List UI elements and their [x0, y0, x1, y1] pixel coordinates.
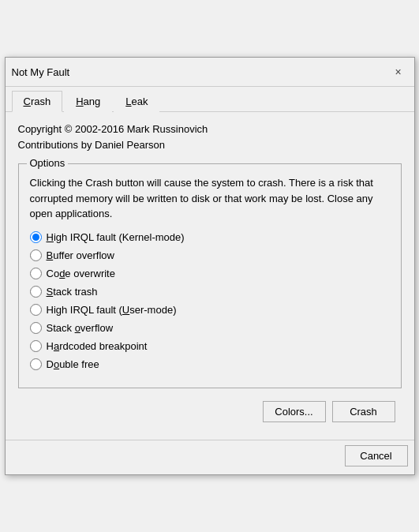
- radio-stack-trash[interactable]: [30, 286, 42, 298]
- radio-item-high-irql-user: High IRQL fault (User-mode): [30, 304, 390, 316]
- radio-hardcoded-breakpoint[interactable]: [30, 340, 42, 352]
- crash-button[interactable]: Crash: [332, 401, 395, 422]
- options-description: Clicking the Crash button will cause the…: [30, 175, 390, 222]
- radio-item-buffer-overflow: Buffer overflow: [30, 249, 390, 261]
- cancel-button-row: Cancel: [6, 440, 414, 474]
- radio-item-stack-overflow: Stack overflow: [30, 322, 390, 334]
- titlebar: Not My Fault ×: [6, 58, 414, 87]
- label-stack-overflow[interactable]: Stack overflow: [47, 322, 114, 334]
- options-legend: Options: [27, 157, 69, 169]
- radio-high-irql-user[interactable]: [30, 304, 42, 316]
- radio-double-free[interactable]: [30, 358, 42, 370]
- colors-button[interactable]: Colors...: [263, 401, 326, 422]
- tab-crash[interactable]: Crash: [12, 91, 63, 112]
- tab-content: Copyright © 2002-2016 Mark Russinovich C…: [6, 112, 414, 440]
- radio-item-stack-trash: Stack trash: [30, 286, 390, 298]
- label-buffer-overflow[interactable]: Buffer overflow: [47, 249, 114, 261]
- action-button-row: Colors... Crash: [18, 401, 402, 430]
- label-double-free[interactable]: Double free: [47, 358, 99, 370]
- radio-item-high-irql-kernel: High IRQL fault (Kernel-mode): [30, 231, 390, 243]
- copyright-line2: Contributions by Daniel Pearson: [18, 137, 402, 153]
- options-group: Options Clicking the Crash button will c…: [18, 163, 402, 388]
- radio-stack-overflow[interactable]: [30, 322, 42, 334]
- label-high-irql-user[interactable]: High IRQL fault (User-mode): [47, 304, 177, 316]
- label-hardcoded-breakpoint[interactable]: Hardcoded breakpoint: [47, 340, 148, 352]
- window: Not My Fault × Crash Hang Leak Copyright…: [5, 57, 415, 475]
- copyright-block: Copyright © 2002-2016 Mark Russinovich C…: [18, 122, 402, 152]
- radio-high-irql-kernel[interactable]: [30, 231, 42, 243]
- close-button[interactable]: ×: [389, 62, 408, 81]
- radio-item-hardcoded-breakpoint: Hardcoded breakpoint: [30, 340, 390, 352]
- window-title: Not My Fault: [12, 66, 70, 78]
- radio-code-overwrite[interactable]: [30, 268, 42, 279]
- tab-bar: Crash Hang Leak: [6, 87, 414, 112]
- label-high-irql-kernel[interactable]: High IRQL fault (Kernel-mode): [47, 231, 185, 243]
- copyright-line1: Copyright © 2002-2016 Mark Russinovich: [18, 122, 402, 137]
- radio-buffer-overflow[interactable]: [30, 249, 42, 261]
- cancel-button[interactable]: Cancel: [345, 445, 408, 466]
- tab-leak[interactable]: Leak: [114, 91, 159, 112]
- radio-item-code-overwrite: Code overwrite: [30, 268, 390, 279]
- tab-hang[interactable]: Hang: [64, 91, 112, 112]
- radio-item-double-free: Double free: [30, 358, 390, 370]
- label-stack-trash[interactable]: Stack trash: [47, 286, 98, 298]
- label-code-overwrite[interactable]: Code overwrite: [47, 268, 115, 279]
